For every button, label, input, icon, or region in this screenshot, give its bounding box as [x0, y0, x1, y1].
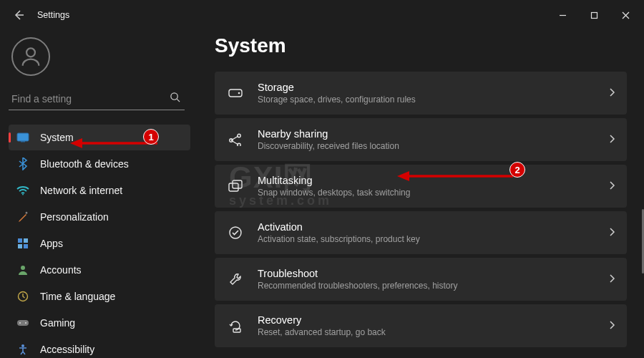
svg-rect-7: [17, 133, 29, 141]
svg-point-25: [238, 143, 240, 146]
card-title: Recovery: [258, 314, 610, 326]
sidebar-item-label: Network & internet: [40, 185, 122, 196]
clock-globe-icon: [16, 289, 30, 304]
sidebar: System Bluetooth & devices Network & int…: [0, 30, 197, 358]
app-title: Settings: [37, 10, 69, 20]
share-icon: [226, 130, 245, 149]
svg-point-20: [21, 344, 24, 347]
card-subtitle: Discoverability, received files location: [258, 141, 610, 151]
svg-point-22: [238, 92, 240, 95]
card-activation[interactable]: ActivationActivation state, subscription…: [215, 211, 627, 254]
sidebar-item-label: Accounts: [40, 264, 82, 276]
card-subtitle: Reset, advanced startup, go back: [258, 327, 610, 337]
chevron-right-icon: [610, 226, 615, 239]
scrollbar[interactable]: [640, 52, 644, 351]
maximize-button[interactable]: [578, 4, 610, 26]
svg-rect-13: [18, 244, 22, 248]
avatar[interactable]: [11, 37, 50, 76]
apps-icon: [16, 236, 30, 251]
titlebar: Settings: [0, 0, 644, 30]
content-pane: System StorageStorage space, drives, con…: [197, 30, 644, 358]
sidebar-item-system[interactable]: System: [9, 125, 190, 150]
svg-rect-1: [591, 12, 597, 18]
svg-point-15: [21, 266, 25, 270]
sidebar-item-label: Gaming: [40, 317, 75, 329]
gamepad-icon: [16, 316, 30, 330]
card-title: Troubleshoot: [258, 268, 610, 279]
card-title: Nearby sharing: [258, 128, 610, 140]
wrench-icon: [226, 270, 245, 289]
person-icon: [16, 263, 30, 277]
svg-point-19: [25, 322, 26, 324]
svg-rect-12: [24, 238, 28, 243]
close-button[interactable]: [610, 4, 641, 26]
search-input[interactable]: [11, 93, 170, 105]
svg-rect-27: [233, 180, 242, 188]
sidebar-item-apps[interactable]: Apps: [9, 231, 190, 256]
card-subtitle: Recommended troubleshooters, preferences…: [258, 281, 610, 291]
card-subtitle: Snap windows, desktops, task switching: [258, 188, 610, 198]
chevron-right-icon: [610, 180, 615, 193]
back-button[interactable]: [7, 4, 30, 26]
card-nearby-sharing[interactable]: Nearby sharingDiscoverability, received …: [215, 118, 627, 161]
paintbrush-icon: [16, 210, 30, 224]
card-title: Multitasking: [258, 175, 610, 186]
accessibility-icon: [16, 342, 30, 357]
svg-rect-10: [25, 212, 28, 215]
chevron-right-icon: [610, 319, 615, 332]
check-circle-icon: [226, 223, 245, 242]
storage-icon: [226, 84, 245, 102]
multitasking-icon: [226, 177, 245, 195]
svg-rect-14: [24, 244, 28, 248]
sidebar-item-label: Time & language: [40, 291, 115, 302]
sidebar-item-network[interactable]: Network & internet: [9, 178, 190, 203]
sidebar-item-label: Bluetooth & devices: [40, 158, 129, 170]
page-title: System: [215, 34, 627, 57]
svg-point-9: [22, 194, 24, 195]
card-subtitle: Activation state, subscriptions, product…: [258, 234, 610, 244]
svg-rect-11: [18, 238, 22, 243]
card-subtitle: Storage space, drives, configuration rul…: [258, 95, 610, 105]
display-icon: [16, 130, 30, 145]
window-controls: [547, 4, 641, 26]
svg-point-5: [171, 93, 177, 100]
sidebar-item-time[interactable]: Time & language: [9, 284, 190, 309]
sidebar-item-gaming[interactable]: Gaming: [9, 310, 190, 336]
svg-line-6: [177, 99, 180, 102]
svg-point-18: [19, 322, 21, 324]
card-title: Storage: [258, 82, 610, 93]
card-troubleshoot[interactable]: TroubleshootRecommended troubleshooters,…: [215, 258, 627, 301]
sidebar-item-label: Accessibility: [40, 344, 94, 355]
settings-cards: StorageStorage space, drives, configurat…: [215, 72, 627, 347]
chevron-right-icon: [610, 87, 615, 100]
sidebar-item-accessibility[interactable]: Accessibility: [9, 337, 190, 358]
wifi-icon: [16, 183, 30, 198]
sidebar-item-personalization[interactable]: Personalization: [9, 204, 190, 230]
sidebar-item-accounts[interactable]: Accounts: [9, 257, 190, 283]
card-multitasking[interactable]: MultitaskingSnap windows, desktops, task…: [215, 165, 627, 208]
annotation-badge-2: 2: [509, 162, 525, 178]
card-storage[interactable]: StorageStorage space, drives, configurat…: [215, 72, 627, 115]
svg-rect-29: [233, 329, 240, 332]
svg-point-4: [26, 48, 35, 57]
sidebar-item-label: Personalization: [40, 211, 109, 223]
sidebar-item-bluetooth[interactable]: Bluetooth & devices: [9, 151, 190, 177]
chevron-right-icon: [610, 133, 615, 146]
sidebar-item-label: Apps: [40, 238, 63, 249]
card-title: Activation: [258, 221, 610, 233]
card-recovery[interactable]: RecoveryReset, advanced startup, go back: [215, 304, 627, 347]
annotation-badge-1: 1: [143, 129, 159, 145]
svg-rect-26: [229, 183, 238, 191]
nav-list: System Bluetooth & devices Network & int…: [9, 125, 190, 358]
recovery-icon: [226, 316, 245, 335]
svg-rect-17: [17, 320, 29, 326]
bluetooth-icon: [16, 157, 30, 171]
sidebar-item-label: System: [40, 132, 74, 143]
chevron-right-icon: [610, 273, 615, 286]
search-icon: [170, 92, 180, 105]
search-box[interactable]: [9, 89, 185, 110]
minimize-button[interactable]: [547, 4, 578, 26]
svg-point-24: [238, 134, 240, 137]
svg-rect-8: [21, 141, 25, 142]
